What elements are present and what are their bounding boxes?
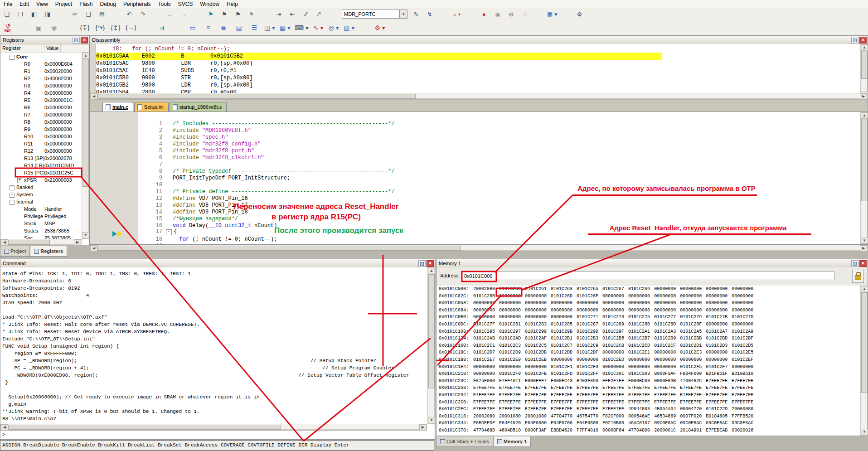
register-row[interactable]: R3 0x00000000 [0, 82, 82, 89]
register-row[interactable]: R11 0x00000000 [0, 140, 82, 147]
register-row[interactable]: -Core [0, 53, 82, 60]
command-log[interactable]: State of Pins: TCK: 1, TDI: 0, TDO: 1, T… [0, 267, 427, 424]
menu-item[interactable]: Tools [155, 0, 175, 8]
toolbar-button-icon[interactable]: ⇤ [286, 9, 299, 19]
fold-toggle-icon[interactable] [166, 140, 171, 145]
menu-item[interactable]: Project [52, 0, 76, 8]
register-row[interactable]: Mode Handler [0, 205, 82, 213]
fold-toggle-icon[interactable] [166, 208, 171, 213]
toolbar-button-icon[interactable] [464, 9, 477, 19]
register-row[interactable]: R5 0x2000001C [0, 97, 82, 104]
editor-file-tab[interactable]: main.c [102, 102, 133, 112]
fold-toggle-icon[interactable] [166, 188, 171, 193]
close-icon[interactable]: ✕ [859, 260, 867, 267]
fold-toggle-icon[interactable] [166, 154, 171, 159]
toolbar-button-icon[interactable]: ⚑ [218, 9, 231, 19]
disassembly-vscrollbar[interactable]: ▲ ▼ [860, 44, 868, 98]
command-input[interactable]: > [0, 430, 427, 439]
debug-window-tab[interactable]: Memory 1 [493, 436, 531, 447]
scroll-up-icon[interactable]: ▲ [861, 286, 868, 292]
fold-toggle-icon[interactable] [166, 133, 171, 138]
toolbar-button-icon[interactable]: ∕* [313, 9, 326, 19]
fold-toggle-icon[interactable] [166, 235, 171, 240]
register-row[interactable]: R8 0x00000000 [0, 118, 82, 126]
scroll-right-icon[interactable]: ▶ [419, 424, 427, 431]
register-row[interactable]: R12 0x00000000 [0, 147, 82, 155]
toolbar-button-icon[interactable]: ◨ [41, 9, 54, 19]
register-row[interactable]: Sec 25.3873865 [0, 234, 82, 239]
scroll-up-icon[interactable]: ▲ [861, 112, 868, 119]
menu-item[interactable]: File [0, 0, 16, 8]
toolbar-button-icon[interactable]: ▦ ▾ [546, 9, 558, 19]
toolbar-button-icon[interactable]: ∕∕ [300, 9, 312, 19]
toolbar-button-icon[interactable]: ❒ [14, 9, 27, 19]
toolbar-button-icon[interactable]: ✂ [68, 9, 81, 19]
fold-toggle-icon[interactable] [166, 147, 171, 152]
debug-toolbar-button-icon[interactable]: ∿ ▾ [311, 21, 325, 34]
register-row[interactable]: -Internal [0, 198, 82, 205]
expand-toggle-icon[interactable]: - [10, 55, 15, 60]
menu-item[interactable]: Peripherals [120, 0, 155, 8]
toolbar-button-icon[interactable] [55, 9, 68, 19]
debug-toolbar-button-icon[interactable]: ▣ [31, 21, 46, 34]
debug-toolbar-button-icon[interactable]: ↺RST [0, 21, 15, 34]
register-row[interactable]: R9 0x00000000 [0, 126, 82, 133]
scroll-left-icon[interactable]: ◀ [90, 93, 97, 100]
toolbar-button-icon[interactable]: ↷ [136, 9, 149, 19]
register-row[interactable]: +xPSR 0x21000003 [0, 176, 82, 184]
register-row[interactable]: Stack MSP [0, 220, 82, 227]
menu-item[interactable]: View [33, 0, 52, 8]
scroll-right-icon[interactable]: ▶ [860, 245, 867, 252]
register-row[interactable]: R0 0x0000E604 [0, 60, 82, 68]
toolbar-button-icon[interactable]: ◉ [491, 9, 504, 19]
fold-toggle-icon[interactable] [166, 120, 171, 125]
toolbar-button-icon[interactable]: ● [478, 9, 490, 19]
workspace-tab[interactable]: Project [0, 246, 30, 257]
debug-toolbar-button-icon[interactable]: ◉ [47, 21, 61, 34]
register-row[interactable]: R15 (PC) 0x0101C25C [0, 169, 82, 176]
toolbar-button-icon[interactable]: ⇥ [272, 9, 285, 19]
memory-address-input[interactable]: 0x0101C000 [462, 271, 834, 280]
toolbar-button-icon[interactable] [532, 9, 545, 19]
debug-toolbar-button-icon[interactable]: ☰ [247, 21, 262, 34]
toolbar-button-icon[interactable]: ◌ [519, 9, 531, 19]
debug-toolbar-button-icon[interactable]: ◫ ▾ [262, 21, 277, 34]
toolbar-button-icon[interactable] [327, 9, 339, 19]
scroll-down-icon[interactable]: ▼ [428, 417, 435, 423]
registers-vscrollbar[interactable]: ▲ ▼ [82, 52, 89, 239]
toolbar-button-icon[interactable] [109, 9, 122, 19]
toolbar-button-icon[interactable]: ↯ [423, 9, 436, 19]
pin-icon[interactable] [73, 37, 80, 44]
toolbar-button-icon[interactable]: ⚑ [232, 9, 244, 19]
register-row[interactable]: R1 0x00020000 [0, 68, 82, 75]
register-row[interactable]: States 253873665 [0, 227, 82, 234]
toolbar-button-icon[interactable]: ▤ [96, 9, 108, 19]
toolbar-button-icon[interactable]: ← [164, 9, 176, 19]
debug-toolbar-button-icon[interactable]: {↷} [93, 21, 107, 34]
debug-toolbar-button-icon[interactable]: ⇉ [155, 21, 169, 34]
debug-toolbar-button-icon[interactable]: ▦ ▾ [278, 21, 292, 34]
workspace-tab[interactable]: Registers [30, 246, 67, 257]
command-hscrollbar[interactable]: ◀ ▶ [0, 424, 427, 430]
toolbar-button-icon[interactable] [437, 9, 450, 19]
register-row[interactable]: R14 (LR) 0x0101CB4D [0, 162, 82, 169]
close-icon[interactable]: ✕ [859, 37, 867, 44]
memory-content[interactable]: 0x0101C000:200020800101C25D0101C2610101C… [436, 286, 860, 436]
pin-icon[interactable] [851, 260, 858, 267]
pin-icon[interactable] [851, 37, 858, 44]
register-row[interactable]: R4 0x00000000 [0, 89, 82, 97]
fold-toggle-icon[interactable] [166, 194, 171, 199]
debug-toolbar-button-icon[interactable]: ⌨ ▾ [293, 21, 310, 34]
register-row[interactable]: +Banked [0, 184, 82, 191]
debug-toolbar-button-icon[interactable] [139, 21, 154, 34]
debug-toolbar-button-icon[interactable]: {→} [124, 21, 138, 34]
scroll-up-icon[interactable]: ▲ [82, 53, 89, 59]
toolbar-button-icon[interactable]: → [177, 9, 190, 19]
toolbar-button-icon[interactable]: ⊘ [505, 9, 518, 19]
debug-window-tab[interactable]: Call Stack + Locals [436, 436, 493, 447]
registers-hscrollbar[interactable]: ◀ ▶ [0, 239, 82, 245]
close-icon[interactable]: ✕ [81, 37, 88, 44]
menu-item[interactable]: Edit [16, 0, 33, 8]
toolbar-button-icon[interactable]: ◧ [28, 9, 40, 19]
scroll-down-icon[interactable]: ▼ [82, 232, 89, 238]
